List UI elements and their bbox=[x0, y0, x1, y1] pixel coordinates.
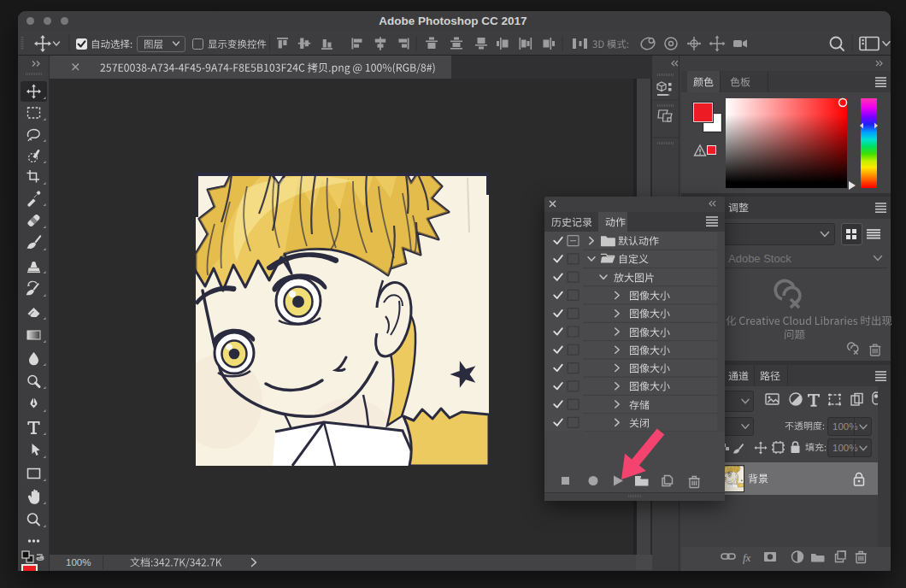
svg-text:fx: fx bbox=[743, 551, 751, 564]
